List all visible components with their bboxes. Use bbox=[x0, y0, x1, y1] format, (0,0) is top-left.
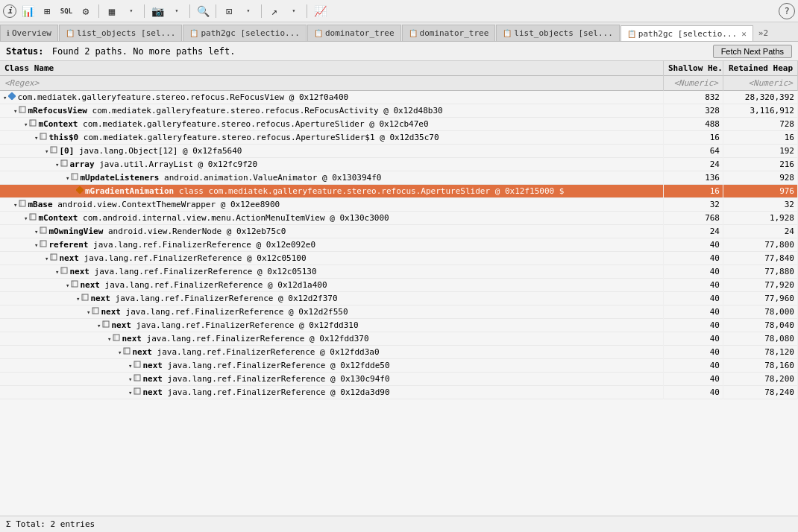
fetch-next-paths-button[interactable]: Fetch Next Paths bbox=[713, 45, 792, 58]
row-type-icon bbox=[40, 227, 47, 235]
expand-icon[interactable]: ▾ bbox=[24, 215, 28, 222]
expand-icon[interactable]: ▾ bbox=[128, 376, 132, 383]
table-row[interactable]: ▾next java.lang.ref.FinalizerReference @… bbox=[0, 252, 798, 265]
class-text: java.lang.ref.FinalizerReference @ 0x12d… bbox=[116, 294, 338, 303]
shallow-heap-value: 64 bbox=[664, 145, 723, 158]
expand-icon[interactable]: ▾ bbox=[55, 268, 59, 276]
filter-class[interactable]: <Regex> bbox=[0, 76, 664, 91]
view-icon[interactable]: ▦ bbox=[104, 3, 120, 19]
svg-rect-40 bbox=[134, 375, 140, 381]
tab-path2gc-2[interactable]: 📋 path2gc [selectio... ✕ bbox=[621, 25, 753, 42]
tab-list-objects-1[interactable]: 📋 list_objects [sel... bbox=[59, 25, 182, 41]
expand-icon[interactable]: ▾ bbox=[13, 201, 17, 209]
expand-icon[interactable]: ▾ bbox=[66, 282, 69, 289]
tab-overflow[interactable]: »2 bbox=[754, 25, 773, 41]
expand-icon[interactable]: ▾ bbox=[34, 134, 38, 142]
shallow-heap-value: 768 bbox=[664, 212, 723, 225]
tab-overview-icon: ℹ bbox=[7, 29, 10, 37]
tab-path2gc-1[interactable]: 📋 path2gc [selectio... bbox=[183, 25, 306, 41]
search-icon[interactable]: 🔍 bbox=[195, 3, 211, 19]
shallow-heap-value: 40 bbox=[664, 373, 723, 386]
retained-heap-value: 78,160 bbox=[723, 359, 798, 373]
expand-icon[interactable]: ▾ bbox=[66, 174, 69, 182]
table-row[interactable]: ▾mOwningView android.view.RenderNode @ 0… bbox=[0, 225, 798, 238]
expand-icon[interactable]: ▾ bbox=[97, 322, 101, 329]
table-row[interactable]: ▾next java.lang.ref.FinalizerReference @… bbox=[0, 279, 798, 292]
table-row[interactable]: ▾next java.lang.ref.FinalizerReference @… bbox=[0, 359, 798, 373]
camera-dropdown-icon[interactable]: ▾ bbox=[169, 3, 185, 19]
tab-path2-close[interactable]: ✕ bbox=[741, 29, 747, 39]
retained-heap-value: 78,200 bbox=[723, 373, 798, 386]
expand-icon[interactable]: ▾ bbox=[24, 121, 28, 128]
expand-icon[interactable]: ▾ bbox=[128, 389, 132, 396]
retained-heap-value: 28,320,392 bbox=[723, 91, 798, 104]
retained-heap-value: 24 bbox=[723, 225, 798, 238]
tab-overview[interactable]: ℹ Overview bbox=[0, 25, 58, 41]
table-row[interactable]: ▾next java.lang.ref.FinalizerReference @… bbox=[0, 265, 798, 279]
tab-dominator-1[interactable]: 📋 dominator_tree bbox=[307, 25, 401, 41]
sql-icon[interactable]: SQL bbox=[58, 3, 75, 19]
svg-rect-13 bbox=[76, 186, 84, 194]
expand-icon[interactable]: ▾ bbox=[55, 161, 59, 168]
table-row[interactable]: ▾next java.lang.ref.FinalizerReference @… bbox=[0, 319, 798, 332]
table-row[interactable]: ▾next java.lang.ref.FinalizerReference @… bbox=[0, 332, 798, 346]
table-row[interactable]: ▾array java.util.ArrayList @ 0x12fc9f202… bbox=[0, 158, 798, 171]
export-dropdown-icon[interactable]: ▾ bbox=[286, 3, 302, 19]
table-row[interactable]: mGradientAnimation class com.mediatek.ga… bbox=[0, 185, 798, 198]
chart2-icon[interactable]: 📈 bbox=[312, 3, 328, 19]
expand-icon[interactable]: ▾ bbox=[87, 308, 90, 316]
expand-icon[interactable]: ▾ bbox=[45, 148, 48, 155]
info-icon[interactable]: i bbox=[3, 4, 16, 18]
table-row[interactable]: ▾referent java.lang.ref.FinalizerReferen… bbox=[0, 238, 798, 252]
table-row[interactable]: ▾next java.lang.ref.FinalizerReference @… bbox=[0, 292, 798, 305]
expand-icon[interactable]: ▾ bbox=[3, 94, 7, 101]
table-row[interactable]: ▾this$0 com.mediatek.galleryfeature.ster… bbox=[0, 131, 798, 145]
tab-dominator-2[interactable]: 📋 dominator_tree bbox=[402, 25, 496, 41]
table-row[interactable]: ▾next java.lang.ref.FinalizerReference @… bbox=[0, 305, 798, 319]
table-row[interactable]: ▾next java.lang.ref.FinalizerReference @… bbox=[0, 386, 798, 399]
row-type-icon bbox=[29, 213, 37, 222]
export-icon[interactable]: ↗ bbox=[266, 3, 283, 19]
filter-retained[interactable]: <Numeric> bbox=[723, 76, 798, 91]
table-body: ▾com.mediatek.galleryfeature.stereo.refo… bbox=[0, 91, 798, 399]
layout-dropdown-icon[interactable]: ▾ bbox=[240, 3, 257, 19]
table-row[interactable]: ▾mContext com.mediatek.galleryfeature.st… bbox=[0, 118, 798, 131]
table-row[interactable]: ▾next java.lang.ref.FinalizerReference @… bbox=[0, 373, 798, 386]
retained-heap-value: 728 bbox=[723, 118, 798, 131]
view-dropdown-icon[interactable]: ▾ bbox=[123, 3, 139, 19]
expand-icon[interactable]: ▾ bbox=[128, 362, 132, 370]
retained-heap-value: 77,840 bbox=[723, 252, 798, 265]
toolbar-sep-3 bbox=[189, 4, 190, 18]
class-text: java.lang.Object[12] @ 0x12fa5640 bbox=[79, 146, 242, 156]
bar-chart-icon[interactable]: 📊 bbox=[19, 3, 36, 19]
table-row[interactable]: ▾com.mediatek.galleryfeature.stereo.refo… bbox=[0, 91, 798, 104]
tab-path2-icon: 📋 bbox=[627, 30, 636, 38]
expand-icon[interactable]: ▾ bbox=[107, 335, 111, 343]
table-row[interactable]: ▾[0] java.lang.Object[12] @ 0x12fa564064… bbox=[0, 145, 798, 158]
expand-icon[interactable]: ▾ bbox=[34, 228, 38, 235]
expand-icon[interactable]: ▾ bbox=[13, 107, 17, 115]
retained-heap-value: 77,920 bbox=[723, 279, 798, 292]
table-row[interactable]: ▾mRefocusView com.mediatek.galleryfeatur… bbox=[0, 104, 798, 118]
svg-rect-28 bbox=[82, 294, 88, 300]
svg-rect-14 bbox=[19, 200, 25, 206]
expand-icon[interactable]: ▾ bbox=[76, 295, 80, 303]
table-row[interactable]: ▾mBase android.view.ContextThemeWrapper … bbox=[0, 198, 798, 212]
expand-icon[interactable]: ▾ bbox=[34, 241, 38, 249]
table-icon[interactable]: ⊞ bbox=[39, 3, 55, 19]
field-name: next bbox=[69, 267, 94, 276]
help-icon[interactable]: ? bbox=[779, 3, 795, 19]
shallow-heap-value: 40 bbox=[664, 292, 723, 305]
expand-icon[interactable]: ▾ bbox=[118, 349, 122, 356]
shallow-heap-value: 832 bbox=[664, 91, 723, 104]
table-row[interactable]: ▾next java.lang.ref.FinalizerReference @… bbox=[0, 346, 798, 359]
settings-icon[interactable]: ⚙ bbox=[78, 3, 94, 19]
filter-shallow[interactable]: <Numeric> bbox=[664, 76, 723, 91]
table-row[interactable]: ▾mUpdateListeners android.animation.Valu… bbox=[0, 171, 798, 185]
tab-list-objects-2[interactable]: 📋 list_objects [sel... bbox=[496, 25, 619, 41]
expand-icon[interactable]: ▾ bbox=[45, 255, 48, 262]
table-row[interactable]: ▾mContext com.android.internal.view.menu… bbox=[0, 212, 798, 225]
layout-icon[interactable]: ⊡ bbox=[221, 3, 237, 19]
camera-icon[interactable]: 📷 bbox=[149, 3, 166, 19]
row-type-icon bbox=[71, 280, 78, 289]
